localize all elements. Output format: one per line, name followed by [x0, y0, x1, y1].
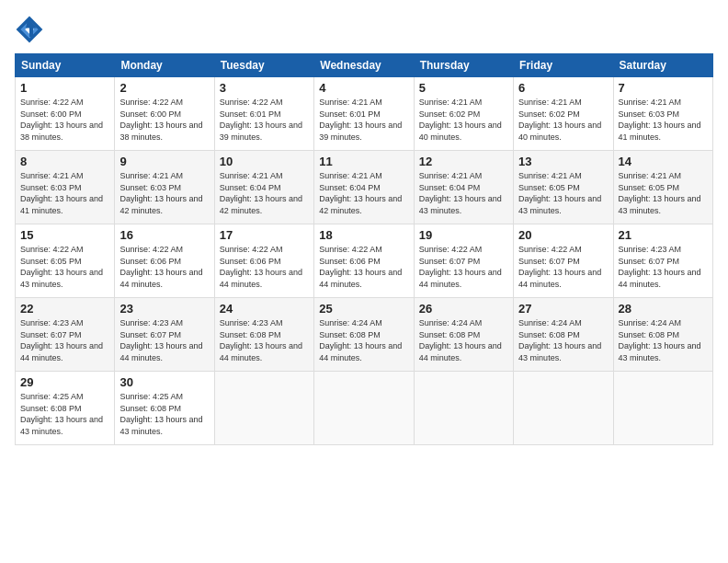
day-number: 19 — [419, 228, 508, 242]
calendar-day-cell: 13 Sunrise: 4:21 AMSunset: 6:05 PMDaylig… — [514, 151, 613, 224]
day-info: Sunrise: 4:24 AMSunset: 6:08 PMDaylight:… — [518, 318, 601, 362]
day-info: Sunrise: 4:22 AMSunset: 6:06 PMDaylight:… — [220, 245, 302, 289]
calendar-header-cell: Monday — [115, 54, 214, 77]
day-info: Sunrise: 4:22 AMSunset: 6:00 PMDaylight:… — [20, 98, 103, 142]
day-info: Sunrise: 4:24 AMSunset: 6:08 PMDaylight:… — [319, 318, 402, 362]
calendar-week-row: 8 Sunrise: 4:21 AMSunset: 6:03 PMDayligh… — [16, 151, 713, 224]
calendar-header-cell: Wednesday — [314, 54, 414, 77]
calendar-day-cell: 27 Sunrise: 4:24 AMSunset: 6:08 PMDaylig… — [514, 298, 613, 372]
day-number: 27 — [518, 302, 608, 316]
logo — [15, 15, 48, 44]
day-info: Sunrise: 4:21 AMSunset: 6:05 PMDaylight:… — [619, 171, 701, 215]
calendar-week-row: 15 Sunrise: 4:22 AMSunset: 6:05 PMDaylig… — [16, 224, 713, 298]
day-number: 17 — [220, 228, 309, 242]
calendar-week-row: 22 Sunrise: 4:23 AMSunset: 6:07 PMDaylig… — [16, 298, 713, 372]
calendar-day-cell — [214, 372, 313, 445]
calendar-day-cell: 29 Sunrise: 4:25 AMSunset: 6:08 PMDaylig… — [16, 372, 115, 445]
day-number: 5 — [419, 81, 508, 95]
page: SundayMondayTuesdayWednesdayThursdayFrid… — [0, 0, 728, 563]
calendar-day-cell: 21 Sunrise: 4:23 AMSunset: 6:07 PMDaylig… — [613, 224, 712, 298]
calendar-header-cell: Tuesday — [214, 54, 313, 77]
day-info: Sunrise: 4:22 AMSunset: 6:05 PMDaylight:… — [20, 245, 103, 289]
calendar-day-cell: 9 Sunrise: 4:21 AMSunset: 6:03 PMDayligh… — [115, 151, 214, 224]
calendar-day-cell: 18 Sunrise: 4:22 AMSunset: 6:06 PMDaylig… — [314, 224, 414, 298]
day-number: 4 — [319, 81, 408, 95]
calendar-header-row: SundayMondayTuesdayWednesdayThursdayFrid… — [16, 54, 713, 77]
day-info: Sunrise: 4:25 AMSunset: 6:08 PMDaylight:… — [20, 392, 103, 436]
day-info: Sunrise: 4:21 AMSunset: 6:04 PMDaylight:… — [220, 171, 302, 215]
day-info: Sunrise: 4:22 AMSunset: 6:07 PMDaylight:… — [518, 245, 601, 289]
day-number: 28 — [619, 302, 708, 316]
day-number: 8 — [20, 155, 109, 168]
day-number: 16 — [119, 228, 209, 242]
calendar-header-cell: Friday — [514, 54, 613, 77]
calendar-day-cell: 14 Sunrise: 4:21 AMSunset: 6:05 PMDaylig… — [613, 151, 712, 224]
calendar-day-cell: 1 Sunrise: 4:22 AMSunset: 6:00 PMDayligh… — [16, 77, 115, 151]
day-info: Sunrise: 4:24 AMSunset: 6:08 PMDaylight:… — [419, 318, 502, 362]
calendar-day-cell: 2 Sunrise: 4:22 AMSunset: 6:00 PMDayligh… — [115, 77, 214, 151]
calendar-day-cell: 6 Sunrise: 4:21 AMSunset: 6:02 PMDayligh… — [514, 77, 613, 151]
calendar-day-cell: 5 Sunrise: 4:21 AMSunset: 6:02 PMDayligh… — [414, 77, 513, 151]
day-info: Sunrise: 4:24 AMSunset: 6:08 PMDaylight:… — [619, 318, 701, 362]
calendar-day-cell — [314, 372, 414, 445]
day-info: Sunrise: 4:25 AMSunset: 6:08 PMDaylight:… — [119, 392, 202, 436]
day-number: 2 — [119, 81, 209, 95]
day-info: Sunrise: 4:21 AMSunset: 6:04 PMDaylight:… — [319, 171, 402, 215]
day-info: Sunrise: 4:22 AMSunset: 6:00 PMDaylight:… — [119, 98, 202, 142]
day-info: Sunrise: 4:22 AMSunset: 6:06 PMDaylight:… — [319, 245, 402, 289]
day-info: Sunrise: 4:21 AMSunset: 6:03 PMDaylight:… — [119, 171, 202, 215]
day-info: Sunrise: 4:21 AMSunset: 6:01 PMDaylight:… — [319, 98, 402, 142]
calendar-week-row: 1 Sunrise: 4:22 AMSunset: 6:00 PMDayligh… — [16, 77, 713, 151]
calendar-day-cell: 25 Sunrise: 4:24 AMSunset: 6:08 PMDaylig… — [314, 298, 414, 372]
day-number: 18 — [319, 228, 408, 242]
day-info: Sunrise: 4:22 AMSunset: 6:06 PMDaylight:… — [119, 245, 202, 289]
day-number: 25 — [319, 302, 408, 316]
day-number: 13 — [518, 155, 608, 168]
calendar-day-cell: 11 Sunrise: 4:21 AMSunset: 6:04 PMDaylig… — [314, 151, 414, 224]
day-info: Sunrise: 4:21 AMSunset: 6:03 PMDaylight:… — [619, 98, 701, 142]
day-info: Sunrise: 4:23 AMSunset: 6:07 PMDaylight:… — [119, 318, 202, 362]
calendar-week-row: 29 Sunrise: 4:25 AMSunset: 6:08 PMDaylig… — [16, 372, 713, 445]
day-number: 22 — [20, 302, 109, 316]
day-info: Sunrise: 4:22 AMSunset: 6:01 PMDaylight:… — [220, 98, 302, 142]
calendar-day-cell: 4 Sunrise: 4:21 AMSunset: 6:01 PMDayligh… — [314, 77, 414, 151]
calendar-header-cell: Thursday — [414, 54, 513, 77]
calendar-day-cell: 17 Sunrise: 4:22 AMSunset: 6:06 PMDaylig… — [214, 224, 313, 298]
day-info: Sunrise: 4:21 AMSunset: 6:05 PMDaylight:… — [518, 171, 601, 215]
day-number: 15 — [20, 228, 109, 242]
calendar-day-cell: 20 Sunrise: 4:22 AMSunset: 6:07 PMDaylig… — [514, 224, 613, 298]
calendar-day-cell: 22 Sunrise: 4:23 AMSunset: 6:07 PMDaylig… — [16, 298, 115, 372]
calendar-day-cell: 3 Sunrise: 4:22 AMSunset: 6:01 PMDayligh… — [214, 77, 313, 151]
calendar-day-cell: 15 Sunrise: 4:22 AMSunset: 6:05 PMDaylig… — [16, 224, 115, 298]
calendar-day-cell: 8 Sunrise: 4:21 AMSunset: 6:03 PMDayligh… — [16, 151, 115, 224]
logo-icon — [15, 15, 44, 44]
calendar-day-cell — [514, 372, 613, 445]
calendar-header-cell: Saturday — [613, 54, 712, 77]
calendar-day-cell: 24 Sunrise: 4:23 AMSunset: 6:08 PMDaylig… — [214, 298, 313, 372]
calendar-body: 1 Sunrise: 4:22 AMSunset: 6:00 PMDayligh… — [16, 77, 713, 445]
calendar-day-cell — [414, 372, 513, 445]
day-info: Sunrise: 4:23 AMSunset: 6:07 PMDaylight:… — [619, 245, 701, 289]
day-info: Sunrise: 4:23 AMSunset: 6:07 PMDaylight:… — [20, 318, 103, 362]
calendar-day-cell: 7 Sunrise: 4:21 AMSunset: 6:03 PMDayligh… — [613, 77, 712, 151]
day-number: 12 — [419, 155, 508, 168]
day-number: 1 — [20, 81, 109, 95]
day-number: 7 — [619, 81, 708, 95]
calendar-day-cell: 26 Sunrise: 4:24 AMSunset: 6:08 PMDaylig… — [414, 298, 513, 372]
calendar-header-cell: Sunday — [16, 54, 115, 77]
calendar-day-cell: 23 Sunrise: 4:23 AMSunset: 6:07 PMDaylig… — [115, 298, 214, 372]
day-number: 14 — [619, 155, 708, 168]
day-info: Sunrise: 4:22 AMSunset: 6:07 PMDaylight:… — [419, 245, 502, 289]
calendar-day-cell: 28 Sunrise: 4:24 AMSunset: 6:08 PMDaylig… — [613, 298, 712, 372]
day-info: Sunrise: 4:21 AMSunset: 6:04 PMDaylight:… — [419, 171, 502, 215]
day-number: 20 — [518, 228, 608, 242]
calendar-day-cell: 30 Sunrise: 4:25 AMSunset: 6:08 PMDaylig… — [115, 372, 214, 445]
day-number: 30 — [119, 375, 209, 389]
calendar-day-cell: 12 Sunrise: 4:21 AMSunset: 6:04 PMDaylig… — [414, 151, 513, 224]
day-number: 6 — [518, 81, 608, 95]
day-number: 24 — [220, 302, 309, 316]
calendar-table: SundayMondayTuesdayWednesdayThursdayFrid… — [15, 53, 713, 445]
day-number: 23 — [119, 302, 209, 316]
day-number: 29 — [20, 375, 109, 389]
day-number: 26 — [419, 302, 508, 316]
